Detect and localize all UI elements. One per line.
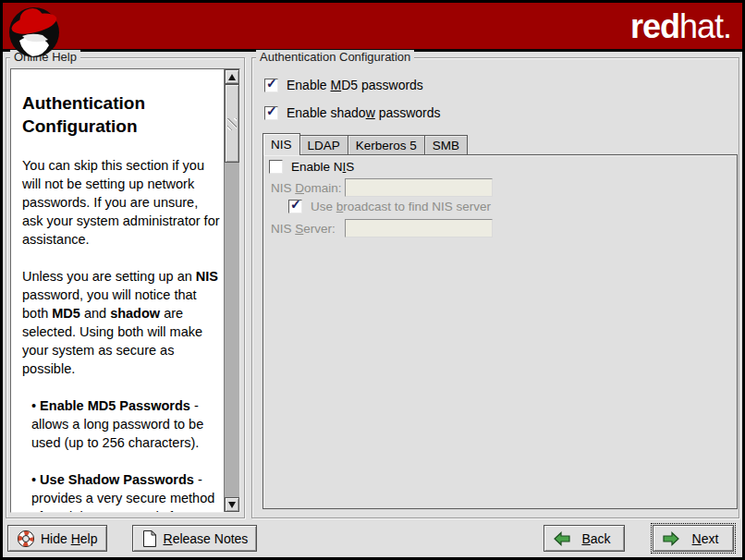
- nis-domain-label: NIS Domain:: [271, 181, 345, 195]
- checkbox-enable-nis[interactable]: Enable NIS: [269, 160, 354, 174]
- help-bullet: • Use Shadow Passwords - provides a very…: [22, 470, 220, 512]
- button-label: Release Notes: [164, 531, 249, 546]
- life-preserver-icon: [17, 530, 35, 548]
- checkbox-enable-md5[interactable]: ✓ Enable MD5 passwords: [264, 78, 423, 92]
- help-viewport: Authentication Configuration You can ski…: [10, 68, 240, 513]
- checkmark-icon: ✓: [290, 197, 301, 213]
- checkbox-box: ✓: [288, 200, 302, 213]
- checkbox-use-broadcast: ✓ Use broadcast to find NIS server: [288, 200, 491, 213]
- back-button[interactable]: Back: [543, 525, 625, 552]
- tab-nis[interactable]: NIS: [263, 133, 300, 155]
- next-button[interactable]: Next: [653, 525, 734, 552]
- thumb-grip-icon: [227, 118, 237, 130]
- installer-window: redhat. Online Help Authentication Confi…: [0, 0, 745, 560]
- checkbox-label: Enable shadow passwords: [287, 105, 441, 120]
- button-label: Hide Help: [41, 531, 98, 546]
- checkbox-label: Use broadcast to find NIS server: [311, 200, 491, 213]
- nis-tab-page: Enable NIS NIS Domain: ✓ Use broadcast t…: [263, 154, 738, 509]
- checkmark-icon: ✓: [266, 76, 277, 91]
- help-text: Authentication Configuration You can ski…: [11, 69, 224, 512]
- nis-server-input: [345, 219, 493, 237]
- redhat-shadowman-logo-icon: [7, 5, 61, 58]
- auth-notebook: NIS LDAP Kerberos 5 SMB Enable NIS NIS D…: [263, 132, 738, 509]
- redhat-wordmark: redhat.: [630, 8, 731, 45]
- triangle-up-icon: [228, 74, 236, 80]
- document-page-icon: [141, 530, 158, 548]
- scrollbar-thumb[interactable]: [225, 84, 239, 163]
- triangle-down-icon: [228, 502, 236, 508]
- main-content: Online Help Authentication Configuration…: [3, 52, 742, 519]
- online-help-panel: Online Help Authentication Configuration…: [6, 57, 245, 518]
- help-bullet: • Enable MD5 Passwords - allows a long p…: [22, 396, 220, 452]
- auth-config-frame-label: Authentication Configuration: [256, 50, 414, 64]
- scroll-up-button[interactable]: [225, 69, 239, 84]
- arrow-right-icon: [662, 530, 680, 547]
- checkbox-box: ✓: [264, 106, 278, 120]
- checkbox-enable-shadow[interactable]: ✓ Enable shadow passwords: [264, 105, 441, 120]
- tab-bar: NIS LDAP Kerberos 5 SMB: [263, 132, 738, 154]
- nis-domain-input: [345, 178, 493, 197]
- checkbox-label: Enable MD5 passwords: [287, 78, 423, 92]
- header-banner: redhat.: [3, 3, 742, 52]
- footer-button-bar: Hide Help Release Notes Back Next: [3, 519, 742, 557]
- button-label: Next: [686, 531, 725, 546]
- tab-ldap[interactable]: LDAP: [299, 135, 348, 154]
- scrollbar-track[interactable]: [225, 84, 239, 497]
- checkbox-box: ✓: [264, 79, 278, 92]
- checkbox-box: [269, 160, 283, 174]
- button-label: Back: [577, 531, 616, 546]
- checkbox-label: Enable NIS: [291, 160, 354, 174]
- scroll-down-button[interactable]: [225, 497, 239, 512]
- nis-server-label: NIS Server:: [271, 222, 345, 236]
- release-notes-button[interactable]: Release Notes: [132, 525, 258, 552]
- help-heading: Authentication Configuration: [22, 91, 220, 138]
- checkmark-icon: ✓: [266, 103, 277, 119]
- arrow-left-icon: [553, 530, 571, 547]
- hide-help-button[interactable]: Hide Help: [7, 525, 107, 552]
- help-paragraph: Unless you are setting up an NIS passwor…: [22, 267, 220, 378]
- tab-kerberos5[interactable]: Kerberos 5: [348, 135, 425, 154]
- tab-smb[interactable]: SMB: [424, 135, 468, 154]
- help-scrollbar[interactable]: [224, 69, 239, 512]
- nis-server-row: NIS Server:: [271, 219, 493, 237]
- help-paragraph: You can skip this section if you will no…: [22, 156, 220, 249]
- auth-config-panel: Authentication Configuration ✓ Enable MD…: [251, 57, 739, 518]
- nis-domain-row: NIS Domain:: [271, 178, 493, 197]
